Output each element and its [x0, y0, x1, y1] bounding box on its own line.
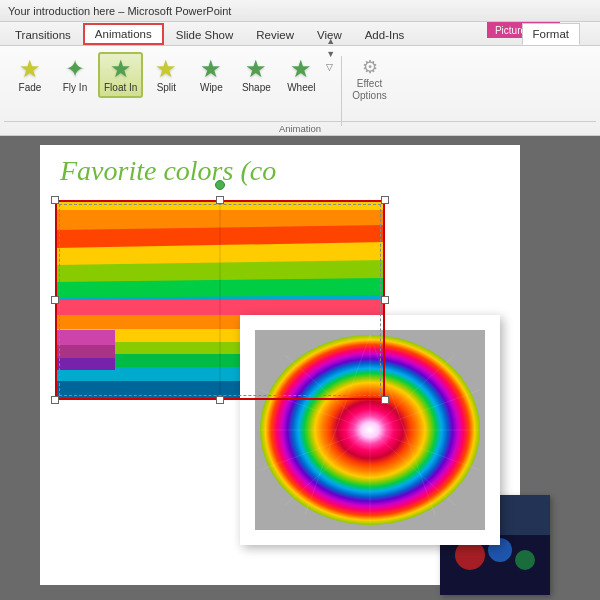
tab-animations[interactable]: Animations	[83, 23, 164, 45]
animation-wipe-button[interactable]: ★ Wipe	[189, 52, 233, 98]
tab-slideshow[interactable]: Slide Show	[165, 23, 245, 45]
handle-bottom-middle[interactable]	[216, 396, 224, 404]
scroll-more-arrow[interactable]: ▽	[326, 62, 335, 73]
svg-point-34	[515, 550, 535, 570]
rotate-handle[interactable]	[215, 180, 225, 190]
slide-title: Favorite colors (co	[40, 145, 520, 197]
ribbon-content: ★ Fade ✦ Fly In ★ Float In ★ Split ★ Wip…	[0, 46, 600, 136]
fade-icon: ★	[19, 57, 41, 81]
selected-image-container[interactable]	[55, 200, 385, 400]
wipe-label: Wipe	[200, 82, 223, 93]
floatin-icon: ★	[110, 57, 132, 81]
flyin-label: Fly In	[63, 82, 87, 93]
handle-bottom-right[interactable]	[381, 396, 389, 404]
fade-label: Fade	[19, 82, 42, 93]
wheel-icon: ★	[290, 57, 312, 81]
ribbon-separator	[341, 56, 342, 126]
animation-wheel-button[interactable]: ★ Wheel	[279, 52, 323, 98]
tab-review[interactable]: Review	[245, 23, 305, 45]
flyin-icon: ✦	[65, 57, 85, 81]
shape-icon: ★	[245, 57, 267, 81]
split-icon: ★	[155, 57, 177, 81]
animation-fade-button[interactable]: ★ Fade	[8, 52, 52, 98]
effect-options-button[interactable]: ⚙ EffectOptions	[352, 56, 386, 102]
handle-middle-right[interactable]	[381, 296, 389, 304]
animation-flyin-button[interactable]: ✦ Fly In	[53, 52, 97, 98]
scroll-arrows: ▲ ▼ ▽	[324, 36, 337, 72]
title-text: Your introduction here – Microsoft Power…	[8, 5, 231, 17]
ribbon-group-label: Animation	[4, 121, 596, 135]
handle-middle-left[interactable]	[51, 296, 59, 304]
animation-split-button[interactable]: ★ Split	[144, 52, 188, 98]
slide-area: Favorite colors (co	[0, 136, 600, 600]
split-label: Split	[157, 82, 176, 93]
effect-options-label: EffectOptions	[352, 78, 386, 102]
handle-top-middle[interactable]	[216, 196, 224, 204]
handle-bottom-left[interactable]	[51, 396, 59, 404]
dashed-selection	[59, 204, 381, 396]
effect-options-icon: ⚙	[362, 56, 378, 78]
handle-top-left[interactable]	[51, 196, 59, 204]
tab-format[interactable]: Format	[522, 23, 580, 45]
animation-floatin-button[interactable]: ★ Float In	[98, 52, 143, 98]
scroll-down-arrow[interactable]: ▼	[326, 49, 335, 60]
handle-top-right[interactable]	[381, 196, 389, 204]
animation-shape-button[interactable]: ★ Shape	[234, 52, 278, 98]
tab-addins[interactable]: Add-Ins	[354, 23, 416, 45]
slide-panel: Favorite colors (co	[40, 145, 520, 585]
wheel-label: Wheel	[287, 82, 315, 93]
tab-transitions[interactable]: Transitions	[4, 23, 82, 45]
scroll-up-arrow[interactable]: ▲	[326, 36, 335, 47]
title-bar: Your introduction here – Microsoft Power…	[0, 0, 600, 22]
shape-label: Shape	[242, 82, 271, 93]
floatin-label: Float In	[104, 82, 137, 93]
ribbon-tabs: Transitions Animations Slide Show Review…	[0, 22, 600, 46]
effect-options-group: ⚙ EffectOptions	[346, 52, 392, 106]
wipe-icon: ★	[200, 57, 222, 81]
